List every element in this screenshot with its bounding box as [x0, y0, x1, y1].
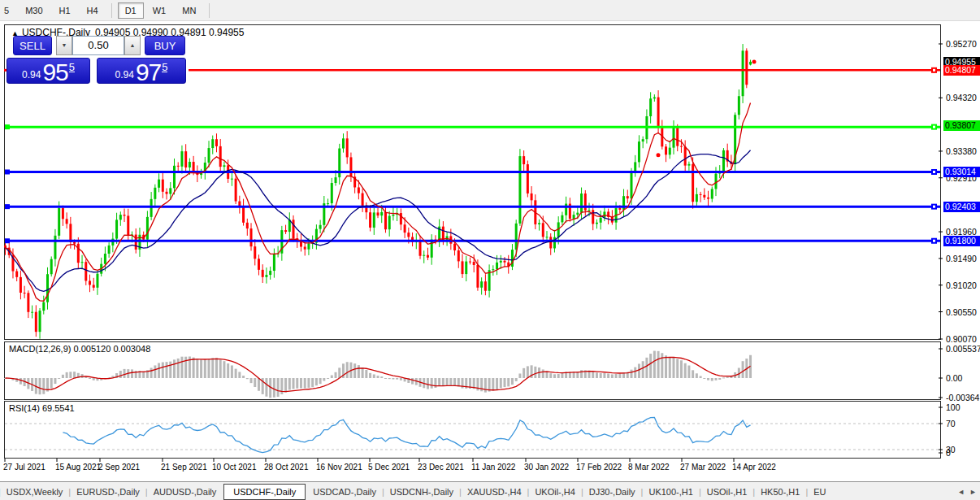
- price-axis-label: 0.91020: [946, 280, 977, 290]
- tab-usdcnh[interactable]: USDCNH-,Daily: [383, 485, 461, 499]
- tab-usdchf-active[interactable]: USDCHF-,Daily: [223, 484, 306, 500]
- tab-partial-eu[interactable]: EU: [806, 485, 833, 499]
- date-axis-label: 8 Mar 2022: [628, 463, 670, 472]
- macd-axis-label: 0.005537: [946, 344, 980, 354]
- sell-price-box[interactable]: 0.94955: [7, 58, 90, 84]
- rsi-axis-label: 100: [946, 402, 960, 412]
- resistance-line-badge: 0.94807: [943, 65, 980, 76]
- tab-uk100[interactable]: UK100-,H1: [641, 485, 700, 499]
- tabs-scroll-right-icon[interactable]: ►: [969, 488, 977, 496]
- price-axis-label: 0.95270: [946, 39, 977, 49]
- date-axis-label: 2 Sep 2021: [98, 463, 140, 472]
- date-axis-label: 27 Mar 2022: [680, 463, 726, 472]
- rsi-axis-label: 70: [946, 419, 956, 428]
- date-axis-label: 14 Apr 2022: [732, 463, 776, 472]
- tab-hk50[interactable]: HK50-,H1: [753, 485, 807, 499]
- buy-price-prefix: 0.94: [115, 69, 134, 80]
- date-axis-label: 11 Jan 2022: [471, 463, 515, 472]
- date-axis-label: 5 Dec 2021: [368, 463, 410, 472]
- date-axis-label: 16 Nov 2021: [316, 463, 362, 472]
- price-axis-label: 0.91490: [946, 254, 977, 263]
- sell-button[interactable]: SELL: [13, 36, 52, 55]
- date-axis-label: 17 Feb 2022: [576, 463, 622, 472]
- blue-line-badge-1: 0.93014: [943, 167, 980, 177]
- sell-price-prefix: 0.94: [22, 69, 41, 80]
- tab-usdcad[interactable]: USDCAD-,Daily: [306, 485, 384, 499]
- sell-price-pip: 5: [69, 63, 75, 72]
- tab-dj30[interactable]: DJ30-,Daily: [582, 485, 643, 499]
- price-axis-label: 0.90070: [946, 334, 977, 344]
- tab-usoil[interactable]: USOil-,H1: [700, 485, 755, 499]
- buy-price-box[interactable]: 0.94975: [97, 58, 186, 84]
- macd-axis-label: 0.00: [946, 373, 962, 383]
- symbol-tab-bar: | USDX,Weekly | EURUSD-,Daily | AUDUSD-,…: [0, 481, 980, 500]
- tab-eurusd[interactable]: EURUSD-,Daily: [69, 485, 147, 499]
- price-axis-label: 0.90550: [946, 307, 977, 317]
- tab-audusd[interactable]: AUDUSD-,Daily: [146, 485, 224, 499]
- tab-usdx[interactable]: USDX,Weekly: [0, 485, 70, 499]
- one-click-trade-widget: SELL ▼ 0.50 ▲ BUY 0.94955 0.94975: [7, 36, 189, 84]
- buy-price-pip: 5: [162, 63, 167, 72]
- date-axis-label: 28 Oct 2021: [264, 463, 308, 472]
- date-axis-label: 23 Dec 2021: [418, 463, 464, 472]
- tab-xauusd[interactable]: XAUUSD-,H4: [460, 485, 529, 499]
- tabs-scroll-left-icon[interactable]: ◄: [957, 488, 965, 496]
- volume-increase-button[interactable]: ▲: [124, 36, 141, 55]
- date-axis-label: 30 Jan 2022: [524, 463, 569, 472]
- macd-indicator-label: MACD(12,26,9) 0.005120 0.003048: [9, 344, 150, 354]
- buy-button[interactable]: BUY: [145, 36, 185, 55]
- rsi-indicator-label: RSI(14) 69.5541: [9, 403, 75, 413]
- buy-price-big: 97: [136, 61, 161, 83]
- date-axis-label: 21 Sep 2021: [161, 463, 207, 472]
- blue-line-badge-3: 0.91800: [943, 236, 980, 246]
- price-axis-label: 0.94320: [946, 93, 977, 102]
- rsi-axis-label: 0: [946, 448, 951, 458]
- volume-input[interactable]: 0.50: [72, 36, 124, 55]
- date-axis-label: 15 Aug 2021: [55, 463, 101, 472]
- trading-app-window: 5 M30 H1 H4 D1 W1 MN ▲USDCHF-,Daily0.949…: [0, 0, 980, 500]
- tab-ukoil[interactable]: UKOil-,H4: [527, 485, 583, 499]
- date-axis-label: 27 Jul 2021: [3, 463, 46, 472]
- macd-axis-label: -0.00364: [946, 393, 979, 402]
- price-axis-label: 0.93380: [946, 146, 977, 156]
- date-axis-label: 10 Oct 2021: [212, 463, 256, 472]
- sell-price-big: 95: [42, 61, 67, 83]
- blue-line-badge-2: 0.92403: [943, 202, 980, 212]
- volume-decrease-button[interactable]: ▼: [56, 36, 72, 55]
- green-line-badge: 0.93807: [943, 120, 980, 131]
